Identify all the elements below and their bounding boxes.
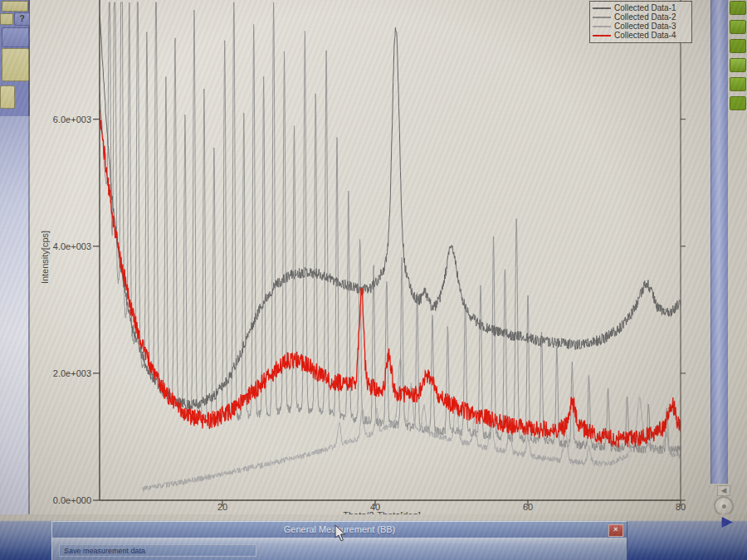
legend-label: Collected Data-3 (614, 22, 676, 31)
application-window: 0.0e+0002.0e+0034.0e+0036.0e+00320406080… (0, 0, 747, 560)
play-icon: ▶ (721, 514, 732, 529)
left-toolbar: ? (0, 0, 30, 560)
close-icon: × (613, 525, 618, 533)
legend-item: Collected Data-3 (593, 22, 689, 31)
green-toolbar-button-4[interactable] (730, 58, 746, 72)
left-toolbar-lower (0, 116, 30, 514)
help-button[interactable]: ? (14, 12, 30, 26)
legend-label: Collected Data-4 (614, 31, 676, 40)
y-axis-title: Intensity[cps] (40, 231, 50, 284)
legend-line-swatch (593, 35, 611, 37)
series-collected-data-4 (100, 110, 681, 448)
x-tick-label: 20 (217, 502, 227, 512)
legend-line-swatch (593, 26, 611, 27)
green-toolbar-button-2[interactable] (730, 20, 746, 34)
y-tick-label: 4.0e+003 (53, 241, 91, 251)
mouse-cursor-icon (334, 525, 347, 546)
legend-item: Collected Data-4 (593, 31, 689, 40)
legend-item: Collected Data-2 (593, 12, 689, 22)
vertical-scrollbar[interactable] (710, 0, 728, 484)
green-toolbar-button-3[interactable] (730, 39, 746, 53)
series-collected-data-3 (142, 359, 681, 491)
chart-legend: Collected Data-1Collected Data-2Collecte… (589, 1, 692, 43)
toolbar-button-5[interactable] (0, 85, 15, 109)
y-tick-label: 2.0e+003 (53, 368, 91, 378)
legend-label: Collected Data-2 (614, 12, 676, 22)
legend-line-swatch (593, 7, 611, 9)
dialog-close-button[interactable]: × (608, 524, 623, 537)
toolbar-button-1[interactable] (2, 1, 28, 12)
green-toolbar-button-6[interactable] (730, 96, 746, 110)
series-collected-data-2 (100, 2, 681, 455)
x-tick-label: 80 (676, 502, 686, 512)
legend-line-swatch (593, 17, 611, 18)
legend-label: Collected Data-1 (614, 3, 676, 12)
right-button-column (730, 1, 746, 115)
help-icon: ? (19, 14, 24, 23)
y-tick-label: 0.0e+000 (53, 495, 91, 505)
chart-area: 0.0e+0002.0e+0034.0e+0036.0e+00320406080… (30, 0, 710, 521)
green-toolbar-button-5[interactable] (730, 77, 746, 91)
toolbar-button-3[interactable] (2, 27, 29, 47)
left-toolbar-top: ? (0, 0, 30, 116)
save-measurement-button[interactable]: Save measurement data (59, 544, 256, 557)
toolbar-button-2[interactable] (0, 13, 13, 25)
scroll-left-button[interactable]: ◀ (717, 485, 730, 496)
legend-item: Collected Data-1 (593, 3, 689, 12)
green-toolbar-button-1[interactable] (730, 1, 746, 15)
xrd-plot: 0.0e+0002.0e+0034.0e+0036.0e+00320406080… (30, 0, 710, 521)
x-tick-label: 60 (523, 502, 533, 512)
y-tick-label: 6.0e+003 (53, 114, 91, 124)
left-arrow-icon: ◀ (721, 486, 727, 494)
toolbar-button-4[interactable] (2, 48, 29, 81)
play-forward-button[interactable]: ▶ (712, 511, 742, 533)
